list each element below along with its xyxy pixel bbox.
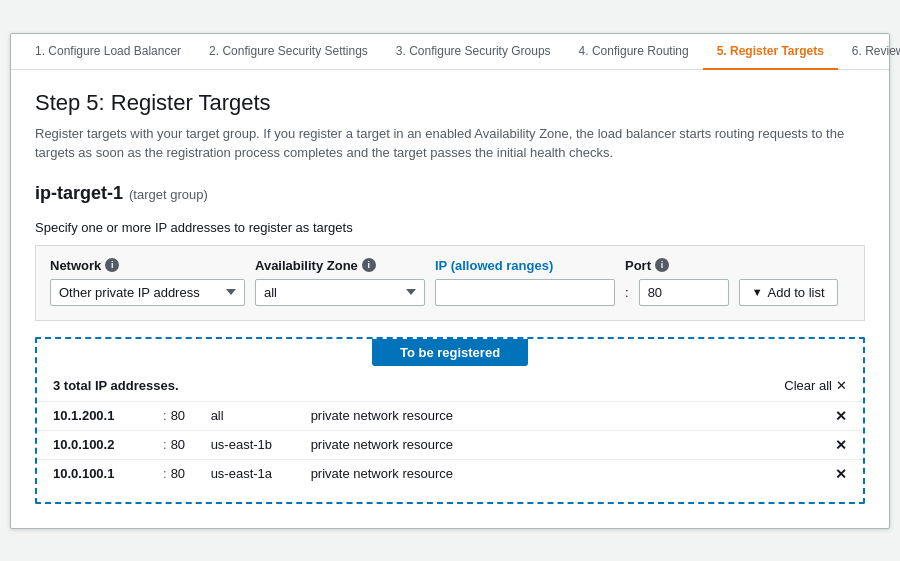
colon-2: :: [163, 466, 167, 481]
network-info-icon[interactable]: i: [105, 258, 119, 272]
colon-1: :: [163, 437, 167, 452]
az-info-icon[interactable]: i: [362, 258, 376, 272]
form-controls-row: Other private IP address all : ▼ Add to …: [50, 279, 850, 306]
page-description: Register targets with your target group.…: [35, 124, 865, 163]
tab-configure-security-groups[interactable]: 3. Configure Security Groups: [382, 34, 565, 70]
ip-az: us-east-1a: [211, 466, 311, 481]
delete-row-1-button[interactable]: ✕: [835, 437, 847, 453]
page-title: Step 5: Register Targets: [35, 90, 865, 116]
ip-column-label: IP (allowed ranges): [435, 258, 615, 273]
network-column-label: Network i: [50, 258, 245, 273]
delete-row-2-button[interactable]: ✕: [835, 466, 847, 482]
main-window: 1. Configure Load Balancer 2. Configure …: [10, 33, 890, 529]
port-input[interactable]: [639, 279, 729, 306]
tab-configure-load-balancer[interactable]: 1. Configure Load Balancer: [21, 34, 195, 70]
ip-type: private network resource: [311, 466, 835, 481]
add-button-label: Add to list: [768, 285, 825, 300]
ip-port: 80: [171, 466, 211, 481]
clear-all-button[interactable]: Clear all ✕: [784, 378, 847, 393]
az-column-label: Availability Zone i: [255, 258, 425, 273]
table-row: 10.1.200.1 : 80 all private network reso…: [37, 401, 863, 430]
tab-register-targets[interactable]: 5. Register Targets: [703, 34, 838, 70]
to-be-registered-label: To be registered: [372, 339, 528, 366]
section-subtitle: Specify one or more IP addresses to regi…: [35, 220, 865, 235]
ip-input[interactable]: [435, 279, 615, 306]
tab-configure-routing[interactable]: 4. Configure Routing: [565, 34, 703, 70]
table-row: 10.0.100.1 : 80 us-east-1a private netwo…: [37, 459, 863, 488]
ip-port: 80: [171, 408, 211, 423]
colon-separator: :: [625, 285, 629, 300]
delete-row-0-button[interactable]: ✕: [835, 408, 847, 424]
az-select[interactable]: all: [255, 279, 425, 306]
table-row: 10.0.100.2 : 80 us-east-1b private netwo…: [37, 430, 863, 459]
port-column-label: Port i: [625, 258, 715, 273]
ip-type: private network resource: [311, 408, 835, 423]
target-group-heading: ip-target-1(target group): [35, 183, 865, 204]
port-info-icon[interactable]: i: [655, 258, 669, 272]
ip-port: 80: [171, 437, 211, 452]
arrow-down-icon: ▼: [752, 286, 763, 298]
clear-all-icon: ✕: [836, 378, 847, 393]
page-content: Step 5: Register Targets Register target…: [11, 70, 889, 528]
ip-count-label: 3 total IP addresses.: [53, 378, 179, 393]
tab-review[interactable]: 6. Review: [838, 34, 900, 70]
ip-address: 10.0.100.1: [53, 466, 163, 481]
target-group-label: (target group): [129, 187, 208, 202]
ip-address: 10.1.200.1: [53, 408, 163, 423]
target-group-name: ip-target-1: [35, 183, 123, 203]
ip-address: 10.0.100.2: [53, 437, 163, 452]
form-headers: Network i Availability Zone i IP (allowe…: [50, 258, 850, 273]
registration-summary: 3 total IP addresses. Clear all ✕: [37, 378, 863, 401]
ip-az: us-east-1b: [211, 437, 311, 452]
ip-az: all: [211, 408, 311, 423]
clear-all-label: Clear all: [784, 378, 832, 393]
registration-box: To be registered 3 total IP addresses. C…: [35, 337, 865, 504]
tab-bar: 1. Configure Load Balancer 2. Configure …: [11, 34, 889, 70]
add-to-list-button[interactable]: ▼ Add to list: [739, 279, 838, 306]
ip-form-area: Network i Availability Zone i IP (allowe…: [35, 245, 865, 321]
ip-type: private network resource: [311, 437, 835, 452]
registration-header: To be registered: [37, 339, 863, 366]
tab-configure-security-settings[interactable]: 2. Configure Security Settings: [195, 34, 382, 70]
network-select[interactable]: Other private IP address: [50, 279, 245, 306]
colon-0: :: [163, 408, 167, 423]
